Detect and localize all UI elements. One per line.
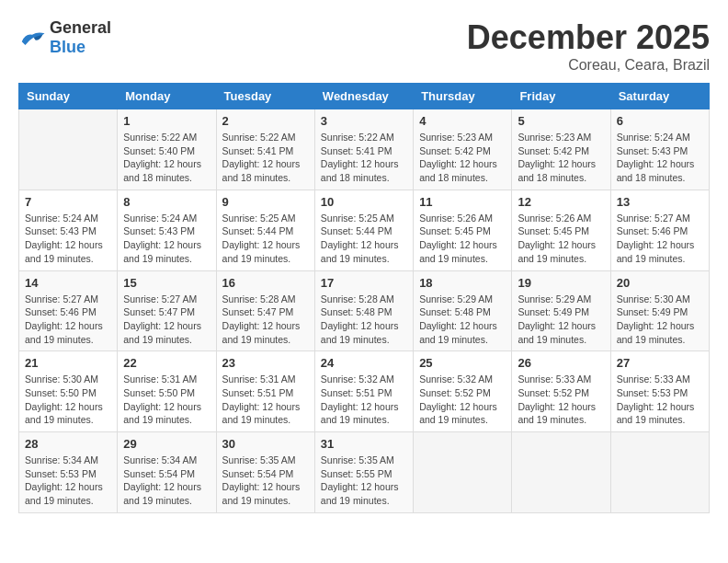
day-number: 1 (123, 114, 210, 128)
day-info: Sunrise: 5:28 AM Sunset: 5:47 PM Dayligh… (222, 293, 309, 347)
day-info: Sunrise: 5:32 AM Sunset: 5:51 PM Dayligh… (321, 373, 407, 427)
day-info: Sunrise: 5:27 AM Sunset: 5:46 PM Dayligh… (617, 212, 703, 266)
day-info: Sunrise: 5:27 AM Sunset: 5:46 PM Dayligh… (25, 293, 111, 347)
day-number: 20 (617, 276, 703, 290)
day-info: Sunrise: 5:26 AM Sunset: 5:45 PM Dayligh… (518, 212, 604, 266)
day-number: 17 (321, 276, 407, 290)
day-number: 21 (25, 356, 111, 370)
day-number: 15 (123, 276, 210, 290)
day-info: Sunrise: 5:35 AM Sunset: 5:54 PM Dayligh… (222, 454, 309, 508)
day-info: Sunrise: 5:23 AM Sunset: 5:42 PM Dayligh… (419, 131, 506, 185)
day-info: Sunrise: 5:34 AM Sunset: 5:54 PM Dayligh… (123, 454, 210, 508)
day-info: Sunrise: 5:24 AM Sunset: 5:43 PM Dayligh… (123, 212, 210, 266)
calendar-cell: 7Sunrise: 5:24 AM Sunset: 5:43 PM Daylig… (19, 190, 118, 270)
day-info: Sunrise: 5:29 AM Sunset: 5:48 PM Dayligh… (419, 293, 506, 347)
day-number: 19 (518, 276, 604, 290)
calendar-header-row: SundayMondayTuesdayWednesdayThursdayFrid… (19, 84, 710, 109)
calendar-cell: 25Sunrise: 5:32 AM Sunset: 5:52 PM Dayli… (414, 351, 512, 432)
day-number: 3 (321, 114, 407, 128)
calendar-cell: 11Sunrise: 5:26 AM Sunset: 5:45 PM Dayli… (414, 190, 512, 270)
calendar-cell: 27Sunrise: 5:33 AM Sunset: 5:53 PM Dayli… (610, 351, 709, 432)
calendar-header-wednesday: Wednesday (314, 84, 413, 109)
calendar-cell: 14Sunrise: 5:27 AM Sunset: 5:46 PM Dayli… (19, 270, 118, 351)
day-info: Sunrise: 5:31 AM Sunset: 5:50 PM Dayligh… (123, 373, 210, 427)
day-number: 29 (123, 437, 210, 451)
day-number: 16 (222, 276, 309, 290)
calendar-cell: 18Sunrise: 5:29 AM Sunset: 5:48 PM Dayli… (414, 270, 512, 351)
calendar-cell: 6Sunrise: 5:24 AM Sunset: 5:43 PM Daylig… (610, 109, 709, 190)
day-info: Sunrise: 5:32 AM Sunset: 5:52 PM Dayligh… (419, 373, 506, 427)
day-number: 8 (123, 195, 210, 209)
calendar-cell: 10Sunrise: 5:25 AM Sunset: 5:44 PM Dayli… (314, 190, 413, 270)
calendar-header-friday: Friday (512, 84, 610, 109)
day-info: Sunrise: 5:27 AM Sunset: 5:47 PM Dayligh… (123, 293, 210, 347)
day-number: 4 (419, 114, 506, 128)
calendar-cell: 3Sunrise: 5:22 AM Sunset: 5:41 PM Daylig… (314, 109, 413, 190)
day-info: Sunrise: 5:29 AM Sunset: 5:49 PM Dayligh… (518, 293, 604, 347)
calendar-cell: 20Sunrise: 5:30 AM Sunset: 5:49 PM Dayli… (610, 270, 709, 351)
day-number: 14 (25, 276, 111, 290)
calendar-cell (19, 109, 118, 190)
day-number: 27 (617, 356, 703, 370)
day-number: 23 (222, 356, 309, 370)
calendar-cell (512, 432, 610, 513)
title-block: December 2025 Coreau, Ceara, Brazil (467, 18, 710, 74)
calendar-week-row: 28Sunrise: 5:34 AM Sunset: 5:53 PM Dayli… (19, 432, 710, 513)
day-number: 31 (321, 437, 407, 451)
day-number: 13 (617, 195, 703, 209)
day-number: 9 (222, 195, 309, 209)
day-number: 12 (518, 195, 604, 209)
logo-bird-icon (18, 27, 46, 50)
calendar-header-tuesday: Tuesday (216, 84, 314, 109)
calendar-cell: 13Sunrise: 5:27 AM Sunset: 5:46 PM Dayli… (610, 190, 709, 270)
calendar-cell: 23Sunrise: 5:31 AM Sunset: 5:51 PM Dayli… (216, 351, 314, 432)
day-number: 6 (617, 114, 703, 128)
calendar-header-saturday: Saturday (610, 84, 709, 109)
day-number: 24 (321, 356, 407, 370)
calendar-week-row: 1Sunrise: 5:22 AM Sunset: 5:40 PM Daylig… (19, 109, 710, 190)
calendar-week-row: 14Sunrise: 5:27 AM Sunset: 5:46 PM Dayli… (19, 270, 710, 351)
day-info: Sunrise: 5:22 AM Sunset: 5:41 PM Dayligh… (222, 131, 309, 185)
day-info: Sunrise: 5:35 AM Sunset: 5:55 PM Dayligh… (321, 454, 407, 508)
calendar-cell: 12Sunrise: 5:26 AM Sunset: 5:45 PM Dayli… (512, 190, 610, 270)
day-number: 26 (518, 356, 604, 370)
page-header: General Blue December 2025 Coreau, Ceara… (18, 18, 710, 74)
calendar-week-row: 21Sunrise: 5:30 AM Sunset: 5:50 PM Dayli… (19, 351, 710, 432)
calendar-header-thursday: Thursday (414, 84, 512, 109)
logo-general: General (50, 18, 111, 37)
day-info: Sunrise: 5:30 AM Sunset: 5:50 PM Dayligh… (25, 373, 111, 427)
day-number: 5 (518, 114, 604, 128)
calendar-cell: 30Sunrise: 5:35 AM Sunset: 5:54 PM Dayli… (216, 432, 314, 513)
calendar-cell (414, 432, 512, 513)
calendar-week-row: 7Sunrise: 5:24 AM Sunset: 5:43 PM Daylig… (19, 190, 710, 270)
calendar-cell: 17Sunrise: 5:28 AM Sunset: 5:48 PM Dayli… (314, 270, 413, 351)
calendar-cell: 2Sunrise: 5:22 AM Sunset: 5:41 PM Daylig… (216, 109, 314, 190)
calendar-cell: 16Sunrise: 5:28 AM Sunset: 5:47 PM Dayli… (216, 270, 314, 351)
calendar-header-sunday: Sunday (19, 84, 118, 109)
calendar-cell: 21Sunrise: 5:30 AM Sunset: 5:50 PM Dayli… (19, 351, 118, 432)
day-number: 30 (222, 437, 309, 451)
location: Coreau, Ceara, Brazil (467, 57, 710, 74)
day-info: Sunrise: 5:28 AM Sunset: 5:48 PM Dayligh… (321, 293, 407, 347)
day-number: 10 (321, 195, 407, 209)
day-info: Sunrise: 5:24 AM Sunset: 5:43 PM Dayligh… (617, 131, 703, 185)
day-info: Sunrise: 5:33 AM Sunset: 5:52 PM Dayligh… (518, 373, 604, 427)
day-info: Sunrise: 5:33 AM Sunset: 5:53 PM Dayligh… (617, 373, 703, 427)
month-title: December 2025 (467, 18, 710, 57)
day-info: Sunrise: 5:34 AM Sunset: 5:53 PM Dayligh… (25, 454, 111, 508)
calendar-header-monday: Monday (118, 84, 216, 109)
day-number: 2 (222, 114, 309, 128)
day-number: 18 (419, 276, 506, 290)
calendar-cell: 4Sunrise: 5:23 AM Sunset: 5:42 PM Daylig… (414, 109, 512, 190)
logo-text: General Blue (50, 18, 111, 57)
calendar-cell: 1Sunrise: 5:22 AM Sunset: 5:40 PM Daylig… (118, 109, 216, 190)
logo-blue: Blue (50, 38, 85, 56)
calendar-cell: 29Sunrise: 5:34 AM Sunset: 5:54 PM Dayli… (118, 432, 216, 513)
calendar-cell: 5Sunrise: 5:23 AM Sunset: 5:42 PM Daylig… (512, 109, 610, 190)
day-info: Sunrise: 5:31 AM Sunset: 5:51 PM Dayligh… (222, 373, 309, 427)
calendar-cell: 19Sunrise: 5:29 AM Sunset: 5:49 PM Dayli… (512, 270, 610, 351)
day-number: 7 (25, 195, 111, 209)
calendar-cell: 22Sunrise: 5:31 AM Sunset: 5:50 PM Dayli… (118, 351, 216, 432)
calendar-cell: 9Sunrise: 5:25 AM Sunset: 5:44 PM Daylig… (216, 190, 314, 270)
day-info: Sunrise: 5:25 AM Sunset: 5:44 PM Dayligh… (222, 212, 309, 266)
